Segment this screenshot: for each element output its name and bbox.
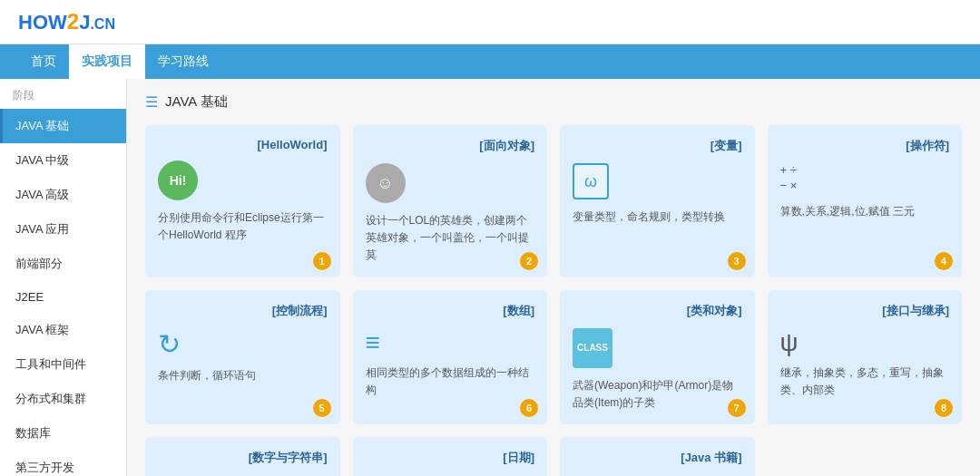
logo-j: J [79,11,90,34]
card-interface-title: [接口与继承] [780,303,950,319]
card-helloworld-num: 1 [313,252,331,270]
header: HOW2J.CN [0,0,980,44]
card-date[interactable]: [日期] 📅 日期，日历，格式化解析 10 [353,437,548,476]
section-title-text: JAVA 基础 [165,93,228,111]
card-helloworld[interactable]: [HelloWorld] Hi! 分别使用命令行和Eclipse运行第一个Hel… [145,125,340,277]
card-oop[interactable]: [面向对象] ☺ 设计一个LOL的英雄类，创建两个英雄对象，一个叫盖伦，一个叫提… [353,125,548,277]
sidebar-item-java-basic[interactable]: JAVA 基础 [0,109,126,143]
sidebar-item-java-adv[interactable]: JAVA 高级 [0,178,126,212]
logo-2: 2 [67,9,79,34]
card-helloworld-desc: 分别使用命令行和Eclipse运行第一个HelloWorld 程序 [158,209,328,244]
sidebar: 阶段 JAVA 基础 JAVA 中级 JAVA 高级 JAVA 应用 前端部分 … [0,79,127,476]
sidebar-item-frontend[interactable]: 前端部分 [0,247,126,281]
card-helloworld-title: [HelloWorld] [158,138,328,151]
card-oop-desc: 设计一个LOL的英雄类，创建两个英雄对象，一个叫盖伦，一个叫提莫 [366,212,535,265]
card-oop-icon: ☺ [366,163,406,203]
card-classobj[interactable]: [类和对象] CLASS 武器(Weapon)和护甲(Armor)是物品类(It… [560,290,755,424]
card-operator-num: 4 [935,252,953,270]
sidebar-item-db[interactable]: 数据库 [0,416,126,451]
logo-how: HOW [18,11,67,34]
card-interface[interactable]: [接口与继承] ψ 继承，抽象类，多态，重写，抽象类、内部类 8 [768,290,963,424]
sidebar-item-j2ee[interactable]: J2EE [0,281,126,313]
card-date-title: [日期] [366,450,535,466]
card-controlflow-icon: ↻ [158,328,328,360]
sidebar-item-thirdparty[interactable]: 第三方开发 [0,451,126,476]
sidebar-stage-label: 阶段 [0,79,126,109]
sidebar-item-distributed[interactable]: 分布式和集群 [0,382,126,416]
card-variable-title: [变量] [573,138,742,154]
card-operator[interactable]: [操作符] + ÷ − × 算数,关系,逻辑,位,赋值 三元 4 [768,125,963,277]
card-interface-desc: 继承，抽象类，多态，重写，抽象类、内部类 [780,364,950,399]
card-classobj-desc: 武器(Weapon)和护甲(Armor)是物品类(Item)的子类 [573,377,742,412]
card-classobj-num: 7 [728,399,746,417]
card-controlflow[interactable]: [控制流程] ↻ 条件判断，循环语句 5 [145,290,340,424]
card-array-desc: 相同类型的多个数据组成的一种结构 [366,364,535,399]
card-array-icon: ≡ [366,328,535,357]
card-oop-title: [面向对象] [366,138,535,154]
nav-home[interactable]: 首页 [18,44,69,79]
section-title: ☰ JAVA 基础 [145,93,962,111]
card-string-title: [数字与字符串] [158,450,328,466]
sidebar-item-java-mid[interactable]: JAVA 中级 [0,143,126,178]
card-classobj-title: [类和对象] [573,303,742,319]
card-array[interactable]: [数组] ≡ 相同类型的多个数据组成的一种结构 6 [353,290,548,424]
card-variable-num: 3 [728,252,746,270]
card-operator-icon: + ÷ − × [780,163,950,194]
navbar: 首页 实践项目 学习路线 [0,44,980,79]
card-array-num: 6 [520,399,538,417]
sidebar-item-tools[interactable]: 工具和中间件 [0,347,126,382]
main-content: ☰ JAVA 基础 [HelloWorld] Hi! 分别使用命令行和Eclip… [127,79,980,476]
card-controlflow-num: 5 [313,399,331,417]
card-operator-desc: 算数,关系,逻辑,位,赋值 三元 [780,203,950,220]
nav-roadmap[interactable]: 学习路线 [145,44,221,79]
section-title-icon: ☰ [145,93,158,111]
card-string[interactable]: [数字与字符串] abc 格式化输出，操纵字符串，StringBuffer 9 [145,437,340,476]
logo: HOW2J.CN [18,11,115,34]
sidebar-item-java-framework[interactable]: JAVA 框架 [0,313,126,347]
layout: 阶段 JAVA 基础 JAVA 中级 JAVA 高级 JAVA 应用 前端部分 … [0,79,980,476]
card-books-title: [Java 书籍] [573,450,742,466]
card-helloworld-icon: Hi! [158,160,198,200]
logo-cn: .CN [90,16,115,32]
card-controlflow-desc: 条件判断，循环语句 [158,367,328,384]
card-empty [768,437,963,476]
card-controlflow-title: [控制流程] [158,303,328,319]
card-classobj-icon: CLASS [573,328,612,368]
card-array-title: [数组] [366,303,535,319]
card-operator-title: [操作符] [780,138,950,154]
card-oop-num: 2 [520,252,538,270]
sidebar-item-java-app[interactable]: JAVA 应用 [0,212,126,247]
card-interface-icon: ψ [780,328,950,357]
card-interface-num: 8 [935,399,953,417]
card-variable-desc: 变量类型，命名规则，类型转换 [573,209,742,226]
card-variable-icon: ω [573,163,609,199]
cards-grid: [HelloWorld] Hi! 分别使用命令行和Eclipse运行第一个Hel… [145,125,962,476]
card-variable[interactable]: [变量] ω 变量类型，命名规则，类型转换 3 [560,125,755,277]
nav-practice[interactable]: 实践项目 [69,44,145,79]
card-books[interactable]: [Java 书籍] 📕 面对Java初学者，只推荐两本书籍 11 [560,437,755,476]
